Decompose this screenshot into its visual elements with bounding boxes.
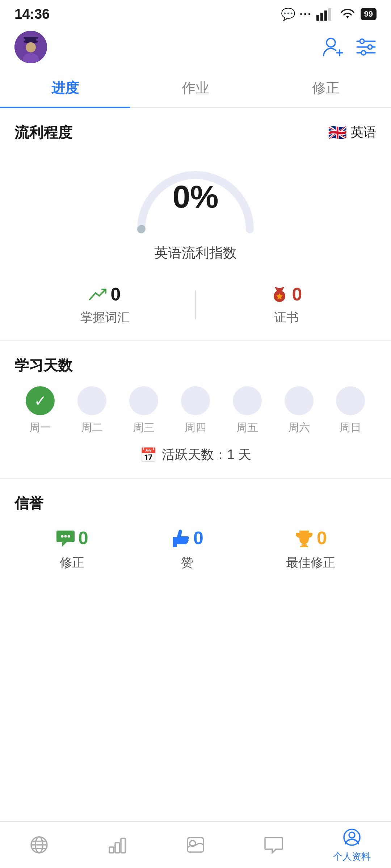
nav-card[interactable] — [156, 822, 235, 868]
tab-progress[interactable]: 进度 — [0, 69, 130, 107]
more-icon: ··· — [300, 8, 312, 20]
battery-indicator: 99 — [361, 8, 377, 20]
rep-correction: 0 修正 — [56, 528, 88, 571]
svg-rect-30 — [109, 847, 114, 853]
day-thursday: 周四 — [181, 386, 210, 435]
best-correction-label: 最佳修正 — [286, 554, 335, 571]
language-name: 英语 — [350, 124, 377, 141]
add-user-icon[interactable] — [323, 38, 345, 56]
header-actions — [323, 38, 377, 56]
likes-count: 0 — [193, 528, 203, 549]
svg-point-21 — [64, 535, 67, 538]
likes-label: 赞 — [181, 554, 193, 571]
svg-rect-24 — [300, 546, 308, 547]
vocabulary-count: 0 — [111, 284, 121, 305]
trending-icon — [89, 286, 107, 302]
day-wednesday: 周三 — [129, 386, 158, 435]
nav-profile[interactable]: 个人资料 — [313, 822, 391, 868]
rep-likes-value-row: 0 — [171, 528, 203, 549]
gauge-center: 0% — [172, 178, 218, 215]
day-circle-thursday — [181, 386, 210, 415]
svg-rect-2 — [324, 10, 327, 21]
day-label-friday: 周五 — [236, 420, 258, 435]
svg-rect-31 — [115, 843, 119, 853]
vocabulary-stat: 0 掌握词汇 — [14, 284, 195, 326]
weekdays: ✓ 周一 周二 周三 周四 周五 周六 周日 — [14, 386, 377, 435]
certificate-label: 证书 — [274, 309, 299, 326]
best-correction-count: 0 — [317, 528, 327, 549]
nav-messages[interactable] — [235, 822, 313, 868]
correction-label: 修正 — [60, 554, 84, 571]
reputation-items: 0 修正 0 赞 — [14, 528, 377, 571]
fluency-header: 流利程度 🇬🇧 英语 — [0, 108, 391, 150]
day-tuesday: 周二 — [77, 386, 106, 435]
wifi-icon — [339, 8, 356, 21]
rep-likes: 0 赞 — [171, 528, 203, 571]
gauge-percent: 0% — [172, 178, 218, 215]
day-sunday: 周日 — [336, 386, 365, 435]
svg-rect-0 — [316, 15, 319, 21]
day-circle-tuesday — [77, 386, 106, 415]
chart-icon — [107, 835, 127, 855]
study-days-title: 学习天数 — [14, 356, 377, 375]
vocabulary-label: 掌握词汇 — [80, 309, 130, 326]
gauge-container: 0% 英语流利指数 — [0, 150, 391, 277]
settings-icon[interactable] — [356, 38, 377, 56]
nav-explore[interactable] — [0, 822, 78, 868]
certificate-value-row: 0 — [270, 284, 302, 305]
day-label-saturday: 周六 — [288, 420, 310, 435]
certificate-stat: 0 证书 — [196, 284, 377, 326]
tabs: 进度 作业 修正 — [0, 69, 391, 108]
calendar-icon: 📅 — [140, 447, 157, 463]
globe-icon — [29, 835, 49, 855]
svg-point-36 — [349, 832, 355, 838]
nav-profile-label: 个人资料 — [333, 850, 371, 863]
active-days-text: 活跃天数：1 天 — [162, 446, 251, 464]
svg-rect-1 — [320, 13, 323, 21]
chat-icon — [264, 835, 284, 855]
svg-point-13 — [360, 39, 364, 43]
day-monday: ✓ 周一 — [26, 386, 55, 435]
day-label-thursday: 周四 — [185, 420, 206, 435]
stats-row: 0 掌握词汇 0 证书 — [14, 284, 377, 326]
bottom-nav: 个人资料 — [0, 821, 391, 868]
reputation-title: 信誉 — [14, 493, 377, 513]
day-circle-saturday — [285, 386, 314, 415]
tab-homework[interactable]: 作业 — [130, 69, 261, 107]
fluency-title: 流利程度 — [14, 123, 72, 142]
status-bar: 14:36 💬 ··· 99 — [0, 0, 391, 25]
correction-count: 0 — [78, 528, 88, 549]
day-label-tuesday: 周二 — [81, 420, 103, 435]
day-circle-friday — [233, 386, 262, 415]
medal-icon — [270, 285, 289, 303]
fluency-subtitle: 英语流利指数 — [154, 244, 237, 262]
nav-stats[interactable] — [78, 822, 156, 868]
active-days: 📅 活跃天数：1 天 — [14, 446, 377, 464]
gauge-wrapper: 0% — [127, 161, 264, 240]
rep-best-correction: 0 最佳修正 — [286, 528, 335, 571]
correction-bubble-icon — [56, 529, 75, 547]
certificate-count: 0 — [292, 284, 302, 305]
reputation-section: 信誉 0 修正 0 赞 — [0, 479, 391, 593]
svg-point-15 — [368, 45, 372, 49]
svg-rect-23 — [302, 544, 307, 546]
svg-point-8 — [26, 42, 36, 52]
day-friday: 周五 — [233, 386, 262, 435]
day-label-monday: 周一 — [29, 420, 51, 435]
checkmark-icon: ✓ — [34, 392, 47, 410]
thumbs-up-icon — [171, 528, 190, 548]
profile-icon — [342, 827, 362, 847]
day-circle-wednesday — [129, 386, 158, 415]
day-saturday: 周六 — [285, 386, 314, 435]
svg-point-22 — [68, 535, 70, 538]
svg-point-20 — [61, 535, 64, 538]
svg-rect-7 — [24, 37, 38, 39]
svg-point-17 — [361, 51, 366, 55]
svg-rect-32 — [121, 838, 125, 853]
rep-best-value-row: 0 — [294, 528, 327, 549]
tab-correction[interactable]: 修正 — [261, 69, 391, 107]
avatar[interactable] — [14, 31, 47, 63]
day-label-sunday: 周日 — [340, 420, 361, 435]
wechat-icon: 💬 — [281, 7, 295, 21]
card-icon — [185, 835, 206, 855]
